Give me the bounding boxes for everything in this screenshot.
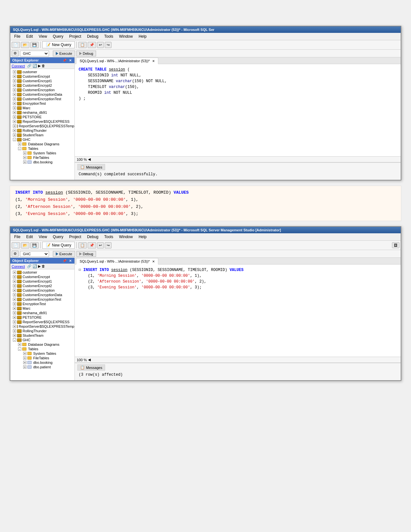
expand-icon-st-2[interactable]: +: [13, 334, 16, 337]
tree-item-ghc-1[interactable]: - GHC: [10, 137, 74, 142]
tree-item-cent-1[interactable]: + CustomerEncryptionTest: [10, 97, 74, 101]
tree-item-ce-2[interactable]: + CustomerEncrypt: [10, 275, 74, 279]
code-area-2[interactable]: ⊟ INSERT INTO session (SESSIONID, SESSIO…: [75, 265, 401, 357]
expand-icon-ce2-1[interactable]: +: [13, 84, 16, 87]
tree-item-petstore-1[interactable]: + PETSTORE: [10, 115, 74, 119]
db-select-1[interactable]: GHC: [20, 51, 49, 56]
pin-icon-2[interactable]: 📌: [62, 259, 67, 263]
tree-item-marc-1[interactable]: + Marc: [10, 106, 74, 110]
expand-icon-cent-2[interactable]: +: [13, 298, 16, 301]
expand-icon-dbo-booking-1[interactable]: +: [23, 160, 26, 164]
tree-item-st-2[interactable]: + StudentTeam: [10, 333, 74, 338]
expand-icon-dbdiag-2[interactable]: +: [18, 343, 21, 346]
expand-icon-dbdiag-1[interactable]: +: [18, 142, 21, 146]
db-select-2[interactable]: GHC: [20, 251, 49, 257]
tree-item-et-2[interactable]: + EncryptionTest: [10, 302, 74, 306]
toolbar-paste-btn-2[interactable]: 📌: [88, 242, 96, 248]
zoom-icon-2[interactable]: ◀: [88, 358, 91, 362]
execute-btn-1[interactable]: Execute: [53, 51, 75, 56]
expand-icon-systables-2[interactable]: +: [23, 352, 26, 355]
expand-icon-cend-2[interactable]: +: [13, 293, 16, 296]
debug-btn-1[interactable]: Debug: [76, 51, 96, 56]
menu-file-1[interactable]: File: [12, 34, 23, 39]
tree-item-tables-2[interactable]: - Tables: [10, 347, 74, 351]
tree-item-rss-temp-1[interactable]: + ReportServer$SQLEXPRESSTempDB: [10, 124, 74, 128]
menu-edit-1[interactable]: Edit: [24, 34, 35, 39]
tree-item-rss-2[interactable]: + ReportServer$SQLEXPRESS: [10, 320, 74, 324]
expand-icon-cen-1[interactable]: +: [13, 88, 16, 92]
tree-item-rss-temp-2[interactable]: + ReportServer$SQLEXPRESSTempDB: [10, 324, 74, 329]
expand-icon-marc-1[interactable]: +: [13, 106, 16, 110]
menu-view-1[interactable]: View: [36, 34, 50, 39]
code-area-1[interactable]: CREATE TABLE session ( SESSIONID int NOT…: [75, 64, 401, 156]
toolbar-extra-2[interactable]: 🖼: [392, 242, 399, 248]
messages-tab-2[interactable]: 📋 Messages: [77, 364, 105, 371]
tree-item-et-1[interactable]: + EncryptionTest: [10, 101, 74, 106]
expand-icon-st-1[interactable]: +: [13, 133, 16, 137]
menu-window-1[interactable]: Window: [116, 34, 135, 39]
menu-query-1[interactable]: Query: [50, 34, 66, 39]
menu-view-2[interactable]: View: [36, 234, 50, 240]
expand-icon-tables-2[interactable]: -: [18, 347, 21, 351]
menu-debug-2[interactable]: Debug: [84, 234, 101, 240]
expand-icon-rt-1[interactable]: +: [13, 129, 16, 132]
new-query-btn-1[interactable]: 📝 New Query: [42, 41, 75, 48]
menu-tools-1[interactable]: Tools: [102, 34, 116, 39]
tree-item-ce2-1[interactable]: + CustomerEncrypt2: [10, 83, 74, 88]
tree-item-rt-2[interactable]: + RollingThunder: [10, 329, 74, 333]
tree-item-filetables-2[interactable]: + FileTables: [10, 356, 74, 360]
tree-item-cend-1[interactable]: + CustomerEncryptionData: [10, 92, 74, 97]
tab-query1-2[interactable]: SQLQuery1.sql - WIN-...\Administrator (5…: [76, 258, 158, 265]
menu-file-2[interactable]: File: [12, 234, 23, 240]
expand-icon-ce1-1[interactable]: +: [13, 79, 16, 82]
expand-icon-neshama-1[interactable]: +: [13, 111, 16, 114]
expand-icon-ce1-2[interactable]: +: [13, 280, 16, 283]
tree-item-ce1-2[interactable]: + CustomerEncrypt1: [10, 279, 74, 284]
toolbar-new-file-btn-1[interactable]: 📄: [12, 42, 20, 48]
expand-icon-dbo-patient-2[interactable]: +: [23, 365, 26, 369]
expand-icon-ce-2[interactable]: +: [13, 275, 16, 278]
toolbar-open-btn-2[interactable]: 📂: [21, 242, 29, 248]
expand-icon-ce-1[interactable]: +: [13, 75, 16, 78]
tree-item-dbdiag-1[interactable]: + Database Diagrams: [10, 142, 74, 146]
tree-item-neshama-2[interactable]: + neshama_db91: [10, 311, 74, 315]
toolbar-copy-btn-2[interactable]: 📋: [78, 242, 87, 248]
tree-item-cend-2[interactable]: + CustomerEncryptionData: [10, 293, 74, 297]
tree-item-ce2-2[interactable]: + CustomerEncrypt2: [10, 284, 74, 288]
close-icon-1[interactable]: ✕: [68, 59, 73, 62]
toolbar-save-btn-1[interactable]: 💾: [30, 42, 39, 48]
expand-icon-petstore-2[interactable]: +: [13, 316, 16, 319]
expand-icon-petstore-1[interactable]: +: [13, 115, 16, 119]
menu-window-2[interactable]: Window: [116, 234, 135, 240]
toolbar-save-btn-2[interactable]: 💾: [30, 242, 39, 248]
new-query-btn-2[interactable]: 📝 New Query: [42, 242, 75, 249]
toolbar-copy-btn-1[interactable]: 📋: [78, 42, 87, 48]
tree-item-cen-2[interactable]: + CustomerEncryption: [10, 288, 74, 293]
debug-btn-2[interactable]: Debug: [76, 251, 96, 257]
menu-project-1[interactable]: Project: [67, 34, 84, 39]
tab-close-2[interactable]: ✕: [152, 260, 155, 263]
toolbar-redo-btn-2[interactable]: ↪: [105, 242, 112, 248]
expand-icon-customer-1[interactable]: +: [13, 70, 16, 73]
toolbar-paste-btn-1[interactable]: 📌: [88, 42, 96, 48]
tree-item-dbdiag-2[interactable]: + Database Diagrams: [10, 342, 74, 347]
tab-close-1[interactable]: ✕: [152, 59, 155, 63]
toolbar2-icon-btn-1[interactable]: ⚙: [12, 50, 19, 56]
expand-icon-tables-1[interactable]: -: [18, 147, 21, 150]
tree-item-systables-1[interactable]: + System Tables: [10, 151, 74, 155]
expand-icon-filetables-2[interactable]: +: [23, 356, 26, 360]
expand-icon-ghc-2[interactable]: -: [13, 338, 16, 342]
expand-icon-rss-temp-2[interactable]: +: [13, 325, 16, 328]
tree-item-rss-1[interactable]: + ReportServer$SQLEXPRESS: [10, 119, 74, 124]
tree-item-tables-1[interactable]: - Tables: [10, 146, 74, 151]
expand-icon-cend-1[interactable]: +: [13, 93, 16, 96]
menu-help-2[interactable]: Help: [136, 234, 149, 240]
tree-item-rt-1[interactable]: + RollingThunder: [10, 128, 74, 133]
expand-icon-cen-2[interactable]: +: [13, 289, 16, 292]
expand-icon-rt-2[interactable]: +: [13, 329, 16, 333]
toolbar-undo-btn-1[interactable]: ↩: [97, 42, 104, 48]
tree-item-dbo-booking-1[interactable]: + dbo.booking: [10, 160, 74, 164]
expand-icon-filetables-1[interactable]: +: [23, 156, 26, 159]
expand-icon-rss-1[interactable]: +: [13, 120, 16, 123]
menu-project-2[interactable]: Project: [67, 234, 84, 240]
